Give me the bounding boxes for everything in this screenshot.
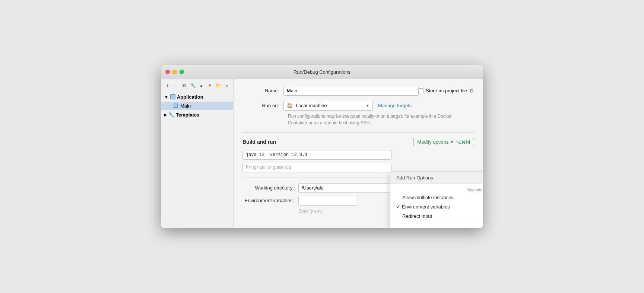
- sidebar-item-templates[interactable]: ▶ 🔧 Templates: [161, 110, 233, 120]
- working-dir-input[interactable]: [298, 183, 391, 193]
- remove-button[interactable]: −: [172, 82, 180, 90]
- java-options-title: Java Options: [390, 226, 483, 228]
- env-vars-label: Environment variables:: [242, 198, 298, 203]
- java-field-row: [242, 150, 474, 160]
- templates-label: Templates: [176, 112, 199, 118]
- folder-button[interactable]: 📁: [215, 82, 222, 90]
- help-text: Run configurations may be executed local…: [288, 113, 467, 126]
- java-options-section: Java Options Do not build before run Add…: [390, 223, 483, 228]
- manage-targets-link[interactable]: Manage targets: [378, 103, 412, 108]
- main-label: Main: [180, 103, 191, 109]
- divider-1: [242, 132, 474, 133]
- run-on-label: Run on:: [242, 103, 283, 108]
- modify-options-arrow: ▾: [451, 139, 453, 145]
- main-icon: [174, 103, 178, 108]
- application-icon: [170, 94, 175, 99]
- content-area: Name: Store as project file ⚙ Run on: 🏠 …: [234, 79, 483, 228]
- modify-options-button[interactable]: Modify options ▾ ⌥⌘M: [413, 138, 474, 146]
- allow-multiple-instances-item[interactable]: Allow multiple instances ⌃⌥U: [390, 193, 483, 202]
- modify-options-shortcut: ⌥⌘M: [456, 139, 470, 145]
- store-project-row: Store as project file ⚙: [419, 88, 474, 94]
- header-row: Name: Store as project file ⚙: [242, 86, 474, 96]
- traffic-lights: [165, 70, 184, 74]
- run-on-row: Run on: 🏠 Local machine ▼ Manage targets: [242, 101, 474, 111]
- program-args-input[interactable]: Program arguments: [242, 163, 391, 172]
- wrench-icon: 🔧: [168, 112, 174, 118]
- up-arrow-button[interactable]: ▲: [198, 82, 205, 90]
- java-version-input[interactable]: [242, 150, 391, 160]
- local-machine-dropdown[interactable]: 🏠 Local machine ▼: [283, 101, 373, 111]
- sidebar-item-application[interactable]: ▼ Application: [161, 92, 233, 102]
- house-icon: 🏠: [287, 103, 293, 108]
- down-arrow-button[interactable]: ▼: [206, 82, 213, 90]
- modify-options-label: Modify options: [417, 139, 448, 145]
- working-dir-label: Working directory:: [242, 185, 298, 191]
- sidebar-item-main[interactable]: Main: [161, 102, 233, 110]
- name-input[interactable]: [283, 86, 419, 96]
- dropdown-arrow-icon: ▼: [366, 103, 369, 108]
- environment-variables-item[interactable]: ✓ Environment variables: [390, 202, 483, 211]
- sidebar-toolbar: + − ⧉ 🔧 ▲ ▼ 📁: [161, 79, 233, 92]
- maximize-button[interactable]: [180, 70, 184, 74]
- minimize-button[interactable]: [172, 70, 177, 74]
- sidebar: + − ⧉ 🔧 ▲ ▼ 📁: [161, 79, 234, 228]
- operating-system-section: Operating System Allow multiple instance…: [390, 184, 483, 223]
- window-title: Run/Debug Configurations: [294, 69, 350, 75]
- store-project-checkbox[interactable]: [419, 88, 423, 93]
- check-icon: ✓: [396, 204, 400, 210]
- application-label: Application: [177, 94, 203, 100]
- more-button[interactable]: »: [223, 82, 230, 90]
- add-button[interactable]: +: [164, 82, 171, 90]
- redirect-input-label: Redirect input: [402, 213, 432, 219]
- name-row: Name:: [242, 86, 419, 96]
- main-window: Run/Debug Configurations + − ⧉ 🔧 ▲: [161, 65, 483, 228]
- operating-system-title: Operating System: [390, 186, 483, 193]
- program-args-placeholder: Program arguments: [246, 165, 291, 170]
- titlebar: Run/Debug Configurations: [161, 65, 483, 79]
- local-machine-text: Local machine: [296, 103, 327, 108]
- env-vars-menu-label: Environment variables: [402, 204, 450, 210]
- name-label: Name:: [242, 88, 283, 93]
- close-button[interactable]: [165, 70, 170, 74]
- store-project-label: Store as project file: [426, 88, 467, 93]
- chevron-right-icon: ▶: [164, 113, 167, 117]
- chevron-down-icon: ▼: [164, 94, 169, 100]
- settings-button[interactable]: 🔧: [189, 82, 196, 90]
- modify-options-dropdown: Add Run Options Operating System Allow m…: [390, 172, 483, 228]
- gear-icon[interactable]: ⚙: [469, 88, 474, 94]
- program-args-row: Program arguments: [242, 163, 474, 172]
- main-content: + − ⧉ 🔧 ▲ ▼ 📁: [161, 79, 483, 228]
- allow-multiple-label: Allow multiple instances: [402, 195, 454, 200]
- build-run-section-header: Build and run Modify options ▾ ⌥⌘M: [242, 138, 474, 146]
- copy-button[interactable]: ⧉: [181, 82, 188, 90]
- env-vars-input[interactable]: [298, 196, 358, 206]
- dropdown-menu-header: Add Run Options: [390, 172, 483, 184]
- redirect-input-item[interactable]: Redirect input: [390, 211, 483, 221]
- build-run-title: Build and run: [242, 139, 276, 145]
